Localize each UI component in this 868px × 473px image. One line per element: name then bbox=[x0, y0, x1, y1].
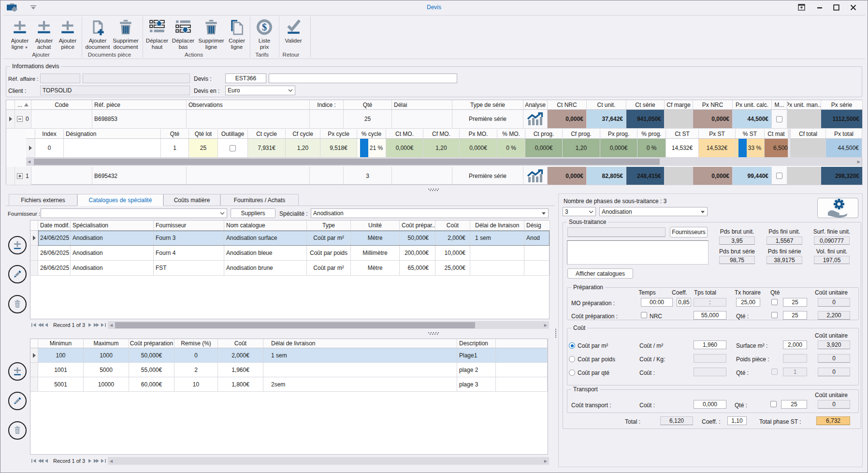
maximize-icon[interactable] bbox=[832, 3, 840, 11]
ranges-column-header[interactable]: Délai de livraison bbox=[263, 339, 457, 348]
column-header-px_unit_man[interactable]: Px unit. man... bbox=[787, 100, 821, 110]
subcell-pct_mo[interactable]: 0 % bbox=[497, 139, 525, 158]
ranges-cell[interactable]: 10000 bbox=[84, 377, 129, 392]
subgrid-column-header-index[interactable]: Index bbox=[35, 129, 64, 139]
close-icon[interactable] bbox=[849, 3, 857, 11]
ranges-cell[interactable]: 2,000€ bbox=[218, 348, 263, 363]
ranges-cell[interactable]: 2 bbox=[174, 363, 218, 377]
ranges-column-header[interactable]: Minimun bbox=[38, 339, 84, 348]
catalog-column-header[interactable]: Date modif... bbox=[38, 221, 71, 231]
catalog-cell[interactable]: FST bbox=[154, 261, 224, 276]
mo-tx-horaire-field[interactable]: 25,00 bbox=[736, 298, 760, 307]
toolbar-button-delete-document[interactable]: Supprimerdocument bbox=[112, 18, 140, 50]
catalog-row[interactable]: 26/06/2025 Anodisation Fourn 4 Anodisati… bbox=[30, 246, 549, 261]
catalog-cell[interactable]: 26/06/2025 bbox=[38, 261, 71, 276]
ref-affaire-field1[interactable] bbox=[40, 74, 80, 83]
ranges-cell[interactable]: 0 bbox=[174, 348, 218, 363]
subcell-px_prog[interactable]: 0,000€ bbox=[600, 139, 637, 158]
ranges-cell[interactable]: 1,960€ bbox=[218, 363, 263, 377]
subgrid-column-header-cf_cycle[interactable]: Cf cycle bbox=[286, 129, 320, 139]
ranges-add-button[interactable] bbox=[8, 362, 27, 381]
toolbar-button-delete-line[interactable]: Supprimerligne bbox=[198, 18, 225, 50]
toolbar-button-validate[interactable]: Valider bbox=[282, 18, 305, 44]
subcell-qte[interactable]: 1 bbox=[161, 139, 189, 158]
nav-next-icon[interactable] bbox=[88, 459, 92, 463]
catalog-cell[interactable]: Anodisation brune bbox=[224, 261, 307, 276]
ranges-edit-button[interactable] bbox=[8, 392, 27, 410]
scroll-right-arrow-icon[interactable]: ▶ bbox=[857, 160, 860, 164]
tab-0[interactable]: Fichiers externes bbox=[9, 194, 77, 206]
column-header-obs[interactable]: Observations bbox=[187, 100, 310, 110]
subcontracting-settings-button[interactable] bbox=[817, 198, 858, 218]
subgrid-column-header-cf_total[interactable]: Cf total bbox=[791, 129, 826, 139]
expand-toggle-icon[interactable] bbox=[17, 116, 23, 122]
cout-preparation-field[interactable]: 55,000 bbox=[694, 311, 726, 320]
scrollbar-thumb[interactable] bbox=[34, 159, 660, 165]
quote-grid-row[interactable]: 0 B698853 25 Première série 0,000€ 37,64… bbox=[6, 110, 862, 129]
cell-ref[interactable]: B698853 bbox=[92, 110, 187, 129]
ranges-cell[interactable]: 1000 bbox=[84, 348, 129, 363]
ranges-cell[interactable]: 5000 bbox=[84, 363, 129, 377]
catalog-cell[interactable]: Anodisation bbox=[71, 246, 154, 261]
catalog-cell[interactable]: 1 sem bbox=[470, 231, 524, 246]
catalog-cell[interactable]: Millimètre bbox=[351, 246, 400, 261]
catalog-cell[interactable]: 24/06/2025 bbox=[38, 231, 71, 246]
subgrid-column-header-px_prog[interactable]: Px prog. bbox=[600, 129, 637, 139]
ranges-cell[interactable]: Plage1 bbox=[457, 348, 496, 363]
subgrid-column-header-ct_st[interactable]: Ct ST bbox=[666, 129, 699, 139]
scrollbar-thumb[interactable] bbox=[115, 322, 475, 328]
cell-px_serie[interactable]: 298,320€ bbox=[821, 167, 863, 185]
catalog-cell[interactable]: Fourn 4 bbox=[154, 246, 224, 261]
subgrid-column-header-ct_prog[interactable]: Ct prog. bbox=[525, 129, 563, 139]
catalog-cell[interactable] bbox=[470, 261, 524, 276]
analyse-chart-icon[interactable] bbox=[526, 169, 545, 183]
cell-ct_nrc[interactable]: 0,000€ bbox=[548, 167, 587, 185]
fournisseurs-button[interactable]: Fournisseurs bbox=[670, 227, 708, 237]
catalog-cell[interactable]: 10,000€ bbox=[435, 246, 470, 261]
m-checkbox[interactable] bbox=[776, 173, 782, 179]
scroll-left-arrow-icon[interactable]: ◀ bbox=[110, 459, 113, 463]
catalog-cell[interactable]: 26/06/2025 bbox=[38, 246, 71, 261]
catalog-column-header[interactable]: Fournisseur bbox=[154, 221, 224, 231]
nav-last-icon[interactable] bbox=[101, 459, 106, 463]
phase-count-combo[interactable]: 3 bbox=[563, 207, 596, 216]
subcell-px_total[interactable]: 44,500€ bbox=[826, 139, 862, 158]
subgrid-column-header-designation[interactable]: Désignation bbox=[64, 129, 161, 139]
ranges-column-header[interactable]: Coût bbox=[218, 339, 263, 348]
qte-checkbox-disabled[interactable] bbox=[771, 369, 778, 375]
subcell-ct_cycle[interactable]: 7,931€ bbox=[248, 139, 286, 158]
horizontal-splitter-grip[interactable] bbox=[428, 189, 439, 192]
outillage-checkbox[interactable] bbox=[230, 145, 236, 151]
column-header-expand[interactable]: ... bbox=[15, 100, 31, 110]
column-header-ct_serie[interactable]: Ct série bbox=[626, 100, 665, 110]
cout-m2-field[interactable]: 1,960 bbox=[694, 340, 726, 349]
nav-nextpage-icon[interactable] bbox=[94, 459, 99, 463]
cout-par-poids-radio[interactable] bbox=[569, 356, 575, 362]
catalog-column-header[interactable]: Désig bbox=[524, 221, 550, 231]
column-header-type[interactable]: Type de série bbox=[452, 100, 523, 110]
client-field[interactable]: TOPSOLID bbox=[40, 86, 190, 95]
scroll-right-arrow-icon[interactable]: ▶ bbox=[544, 459, 547, 463]
prep-qte-checkbox[interactable] bbox=[771, 312, 778, 318]
ranges-cell[interactable]: 5001 bbox=[38, 377, 84, 392]
catalog-column-header[interactable]: Délai de livraison bbox=[470, 221, 524, 231]
ranges-cell[interactable]: 2sem bbox=[263, 377, 457, 392]
ranges-cell[interactable] bbox=[263, 363, 457, 377]
catalog-cell[interactable]: Anodisation bleue bbox=[224, 246, 307, 261]
catalog-row[interactable]: 26/06/2025 Anodisation FST Anodisation b… bbox=[30, 261, 549, 276]
cell-px_unit_calc[interactable]: 99,440€ bbox=[733, 167, 772, 185]
toolbar-button-copy-line[interactable]: Copierligne bbox=[226, 18, 248, 50]
cell-type[interactable]: Première série bbox=[452, 167, 523, 185]
suppliers-button[interactable]: Suppliers bbox=[231, 208, 275, 218]
subcell-px_cycle[interactable]: 9,518€ bbox=[320, 139, 357, 158]
catalog-add-button[interactable] bbox=[8, 236, 27, 254]
toolbar-button-move-down[interactable]: Déplacerbas bbox=[171, 18, 196, 50]
subcell-ct_mat[interactable]: 6,500 bbox=[765, 139, 788, 158]
nav-prev-icon[interactable] bbox=[45, 323, 48, 327]
devise-combo[interactable]: Euro bbox=[225, 86, 295, 95]
catalog-cell[interactable]: Coût par m² bbox=[307, 231, 351, 246]
pin-window-icon[interactable] bbox=[797, 3, 805, 11]
catalog-edit-button[interactable] bbox=[8, 265, 27, 283]
ranges-cell[interactable]: 100 bbox=[38, 348, 84, 363]
ranges-cell[interactable]: 10 bbox=[174, 377, 218, 392]
